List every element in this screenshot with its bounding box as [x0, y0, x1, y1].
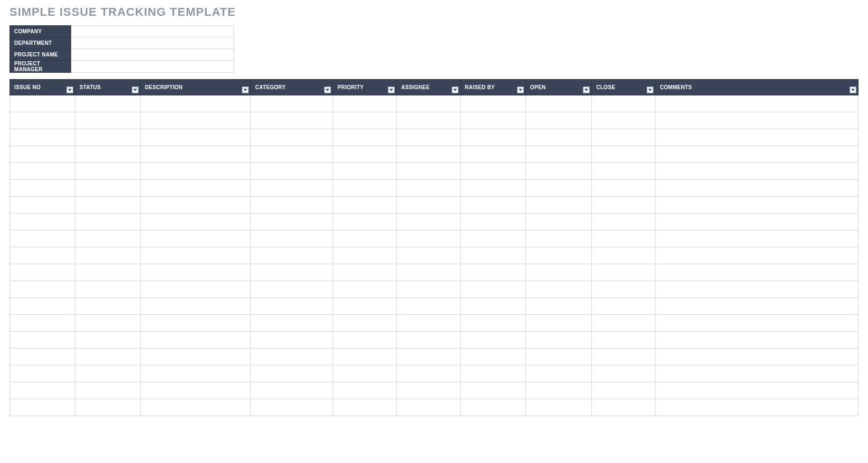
- cell-input-priority[interactable]: [336, 264, 393, 281]
- cell-input-raised_by[interactable]: [464, 264, 522, 281]
- cell-input-description[interactable]: [144, 298, 247, 314]
- cell-input-comments[interactable]: [659, 214, 855, 230]
- cell-input-assignee[interactable]: [400, 281, 457, 297]
- cell-input-description[interactable]: [144, 247, 247, 264]
- cell-input-open[interactable]: [529, 214, 589, 230]
- cell-input-category[interactable]: [254, 365, 329, 382]
- info-value-input[interactable]: [75, 26, 229, 37]
- cell-input-description[interactable]: [144, 163, 247, 179]
- cell-input-description[interactable]: [144, 112, 247, 129]
- filter-dropdown-icon[interactable]: [388, 86, 395, 93]
- cell-input-category[interactable]: [254, 247, 329, 264]
- cell-input-category[interactable]: [254, 349, 329, 365]
- cell-input-assignee[interactable]: [400, 180, 457, 196]
- cell-input-assignee[interactable]: [400, 382, 457, 399]
- cell-input-issue_no[interactable]: [13, 332, 72, 348]
- cell-input-close[interactable]: [595, 230, 652, 247]
- cell-input-close[interactable]: [595, 129, 652, 146]
- cell-input-open[interactable]: [529, 332, 589, 348]
- cell-input-assignee[interactable]: [400, 163, 457, 179]
- cell-input-close[interactable]: [595, 332, 652, 348]
- cell-input-open[interactable]: [529, 315, 589, 331]
- cell-input-raised_by[interactable]: [464, 382, 522, 399]
- cell-input-category[interactable]: [254, 281, 329, 297]
- cell-input-description[interactable]: [144, 365, 247, 382]
- cell-input-comments[interactable]: [659, 315, 855, 331]
- cell-input-priority[interactable]: [336, 298, 393, 314]
- cell-input-status[interactable]: [79, 180, 137, 196]
- cell-input-raised_by[interactable]: [464, 197, 522, 213]
- cell-input-open[interactable]: [529, 264, 589, 281]
- cell-input-open[interactable]: [529, 146, 589, 162]
- cell-input-open[interactable]: [529, 129, 589, 146]
- cell-input-open[interactable]: [529, 365, 589, 382]
- cell-input-assignee[interactable]: [400, 197, 457, 213]
- filter-dropdown-icon[interactable]: [66, 86, 73, 93]
- cell-input-comments[interactable]: [659, 264, 855, 281]
- cell-input-issue_no[interactable]: [13, 95, 72, 112]
- cell-input-status[interactable]: [79, 247, 137, 264]
- cell-input-open[interactable]: [529, 298, 589, 314]
- cell-input-comments[interactable]: [659, 349, 855, 365]
- cell-input-category[interactable]: [254, 332, 329, 348]
- cell-input-raised_by[interactable]: [464, 332, 522, 348]
- cell-input-status[interactable]: [79, 230, 137, 247]
- cell-input-open[interactable]: [529, 349, 589, 365]
- cell-input-issue_no[interactable]: [13, 349, 72, 365]
- cell-input-raised_by[interactable]: [464, 129, 522, 146]
- cell-input-description[interactable]: [144, 129, 247, 146]
- cell-input-close[interactable]: [595, 163, 652, 179]
- cell-input-priority[interactable]: [336, 349, 393, 365]
- cell-input-assignee[interactable]: [400, 129, 457, 146]
- cell-input-comments[interactable]: [659, 112, 855, 129]
- info-value-input[interactable]: [75, 49, 229, 60]
- filter-dropdown-icon[interactable]: [517, 86, 524, 93]
- filter-dropdown-icon[interactable]: [132, 86, 139, 93]
- cell-input-close[interactable]: [595, 281, 652, 297]
- cell-input-open[interactable]: [529, 399, 589, 416]
- cell-input-comments[interactable]: [659, 129, 855, 146]
- cell-input-issue_no[interactable]: [13, 365, 72, 382]
- cell-input-comments[interactable]: [659, 281, 855, 297]
- cell-input-open[interactable]: [529, 112, 589, 129]
- cell-input-close[interactable]: [595, 365, 652, 382]
- cell-input-assignee[interactable]: [400, 315, 457, 331]
- cell-input-assignee[interactable]: [400, 349, 457, 365]
- cell-input-status[interactable]: [79, 365, 137, 382]
- cell-input-status[interactable]: [79, 332, 137, 348]
- cell-input-description[interactable]: [144, 332, 247, 348]
- cell-input-assignee[interactable]: [400, 146, 457, 162]
- cell-input-assignee[interactable]: [400, 247, 457, 264]
- cell-input-description[interactable]: [144, 315, 247, 331]
- cell-input-status[interactable]: [79, 112, 137, 129]
- cell-input-comments[interactable]: [659, 163, 855, 179]
- cell-input-close[interactable]: [595, 95, 652, 112]
- cell-input-assignee[interactable]: [400, 95, 457, 112]
- cell-input-status[interactable]: [79, 95, 137, 112]
- cell-input-issue_no[interactable]: [13, 382, 72, 399]
- filter-dropdown-icon[interactable]: [850, 86, 856, 93]
- cell-input-open[interactable]: [529, 180, 589, 196]
- cell-input-comments[interactable]: [659, 180, 855, 196]
- cell-input-status[interactable]: [79, 197, 137, 213]
- cell-input-raised_by[interactable]: [464, 112, 522, 129]
- cell-input-comments[interactable]: [659, 399, 855, 416]
- cell-input-close[interactable]: [595, 146, 652, 162]
- cell-input-status[interactable]: [79, 214, 137, 230]
- cell-input-priority[interactable]: [336, 214, 393, 230]
- cell-input-priority[interactable]: [336, 247, 393, 264]
- cell-input-description[interactable]: [144, 214, 247, 230]
- cell-input-category[interactable]: [254, 298, 329, 314]
- cell-input-raised_by[interactable]: [464, 146, 522, 162]
- cell-input-issue_no[interactable]: [13, 197, 72, 213]
- cell-input-raised_by[interactable]: [464, 247, 522, 264]
- cell-input-status[interactable]: [79, 264, 137, 281]
- cell-input-category[interactable]: [254, 112, 329, 129]
- info-value-input[interactable]: [75, 37, 229, 49]
- cell-input-description[interactable]: [144, 264, 247, 281]
- cell-input-open[interactable]: [529, 230, 589, 247]
- cell-input-description[interactable]: [144, 95, 247, 112]
- cell-input-close[interactable]: [595, 264, 652, 281]
- cell-input-status[interactable]: [79, 129, 137, 146]
- cell-input-category[interactable]: [254, 264, 329, 281]
